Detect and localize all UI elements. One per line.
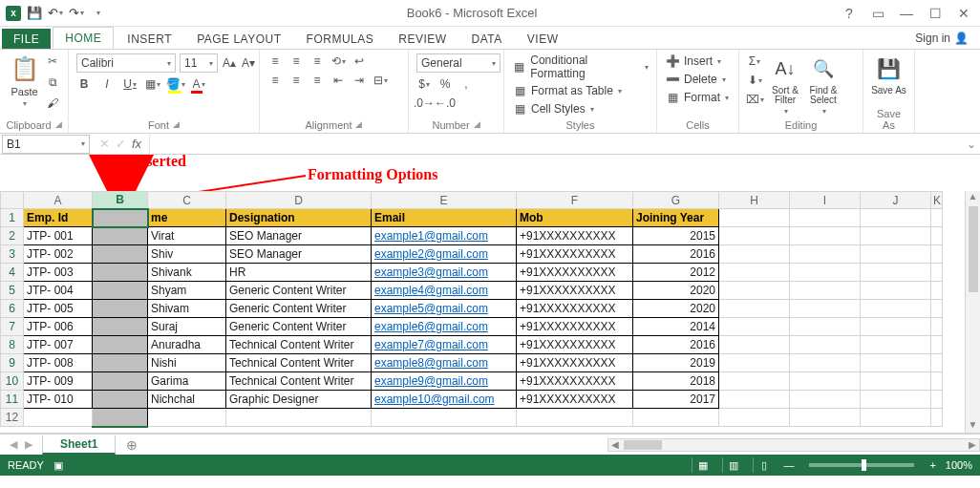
clear-icon[interactable]: ⌧▾ [747,92,762,107]
cell-G7[interactable]: 2014 [633,318,719,336]
paste-button[interactable]: 📋 Paste ▾ [8,53,41,108]
scroll-thumb[interactable] [969,206,978,292]
cell-J10[interactable] [861,372,931,391]
accounting-format-icon[interactable]: $▾ [416,76,432,92]
align-left-icon[interactable]: ≡ [267,73,283,88]
cell-I4[interactable] [790,264,861,282]
cell-A11[interactable]: JTP- 010 [24,391,93,409]
cell-C11[interactable]: Nichchal [148,391,226,409]
zoom-out-icon[interactable]: — [783,459,794,471]
cell-H10[interactable] [719,372,790,391]
cell-I7[interactable] [790,318,861,336]
underline-icon[interactable]: U▾ [122,76,138,92]
cell-G4[interactable]: 2012 [633,264,719,282]
save-icon[interactable]: 💾 [27,6,42,21]
cell-C4[interactable]: Shivank [148,264,226,282]
cell-G3[interactable]: 2016 [633,245,719,264]
tab-file[interactable]: FILE [2,29,51,49]
cell-I10[interactable] [790,372,861,391]
row-header-5[interactable]: 5 [1,282,24,300]
sheet-nav-next-icon[interactable]: ▶ [25,438,32,451]
column-header-D[interactable]: D [226,192,372,209]
cell-D4[interactable]: HR [226,264,372,282]
row-header-6[interactable]: 6 [1,300,24,318]
cell-E2[interactable]: example1@gmail.com [372,227,517,245]
cell-D6[interactable]: Generic Content Writer [226,300,372,318]
cell-B8[interactable] [93,336,148,354]
cell-H11[interactable] [719,391,790,409]
fill-color-icon[interactable]: 🪣▾ [168,76,183,92]
cell-B2[interactable] [93,227,148,245]
cell-B1[interactable] [93,209,148,227]
decrease-decimal-icon[interactable]: ←.0 [437,95,453,111]
dialog-launcher-icon[interactable]: ◢ [173,119,180,131]
cell-I11[interactable] [790,391,861,409]
cell-B10[interactable] [93,372,148,391]
cell-H1[interactable] [719,209,790,227]
view-normal-icon[interactable]: ▦ [692,457,713,473]
cell-G6[interactable]: 2020 [633,300,719,318]
zoom-slider[interactable] [809,463,914,467]
vertical-scrollbar[interactable]: ▲ ▼ [965,191,980,433]
cell-H9[interactable] [719,354,790,372]
cell-D3[interactable]: SEO Manager [226,245,372,264]
horizontal-scrollbar[interactable]: ◀ ▶ [607,438,980,452]
cell-C8[interactable]: Anuradha [148,336,226,354]
cell-F4[interactable]: +91XXXXXXXXXX [517,264,633,282]
select-all-corner[interactable] [1,192,24,209]
qat-customize-icon[interactable]: ▾ [90,6,105,21]
cell-I8[interactable] [790,336,861,354]
cell-B9[interactable] [93,354,148,372]
border-icon[interactable]: ▦▾ [145,76,160,92]
cell-C7[interactable]: Suraj [148,318,226,336]
cell-F6[interactable]: +91XXXXXXXXXX [517,300,633,318]
insert-cells-button[interactable]: ➕Insert▾ [665,53,721,69]
cell-A4[interactable]: JTP- 003 [24,264,93,282]
autosum-icon[interactable]: Σ▾ [747,53,762,69]
cell-D5[interactable]: Generic Content Writer [226,282,372,300]
align-bottom-icon[interactable]: ≡ [309,53,325,69]
cell-J6[interactable] [861,300,931,318]
tab-view[interactable]: VIEW [516,29,570,49]
cell-E4[interactable]: example3@gmail.com [372,264,517,282]
cell-F3[interactable]: +91XXXXXXXXXX [517,245,633,264]
cell-H2[interactable] [719,227,790,245]
row-header-4[interactable]: 4 [1,264,24,282]
cell-B3[interactable] [93,245,148,264]
cell-G1[interactable]: Joining Year [633,209,719,227]
cell-J11[interactable] [861,391,931,409]
orientation-icon[interactable]: ⟲▾ [330,53,346,69]
row-header-7[interactable]: 7 [1,318,24,336]
cell-A5[interactable]: JTP- 004 [24,282,93,300]
column-header-E[interactable]: E [372,192,517,209]
find-select-button[interactable]: 🔍 Find & Select▾ [804,53,842,116]
enter-formula-icon[interactable]: ✓ [116,137,126,151]
decrease-font-icon[interactable]: A▾ [241,55,256,71]
cell-G11[interactable]: 2017 [633,391,719,409]
cell-F2[interactable]: +91XXXXXXXXXX [517,227,633,245]
row-header-10[interactable]: 10 [1,372,24,391]
cell-F1[interactable]: Mob [517,209,633,227]
cell-J5[interactable] [861,282,931,300]
cell-J1[interactable] [861,209,931,227]
column-header-H[interactable]: H [719,192,790,209]
tab-insert[interactable]: INSERT [116,29,183,49]
tab-data[interactable]: DATA [460,29,514,49]
cell-J9[interactable] [861,354,931,372]
row-header-2[interactable]: 2 [1,227,24,245]
increase-decimal-icon[interactable]: .0→ [416,95,432,111]
save-as-button[interactable]: 💾 Save As [871,53,906,95]
cell-D11[interactable]: Graphic Designer [226,391,372,409]
decrease-indent-icon[interactable]: ⇤ [330,73,346,88]
dialog-launcher-icon[interactable]: ◢ [355,119,362,131]
cell-C1[interactable]: me [148,209,226,227]
font-size-select[interactable]: 11▾ [180,53,218,73]
cell-H3[interactable] [719,245,790,264]
dialog-launcher-icon[interactable]: ◢ [474,119,480,131]
sort-filter-button[interactable]: A↓ Sort & Filter▾ [766,53,804,116]
cell-B7[interactable] [93,318,148,336]
help-icon[interactable]: ? [839,6,860,21]
copy-icon[interactable]: ⧉ [45,74,60,90]
cell-J4[interactable] [861,264,931,282]
fill-icon[interactable]: ⬇▾ [747,73,762,88]
